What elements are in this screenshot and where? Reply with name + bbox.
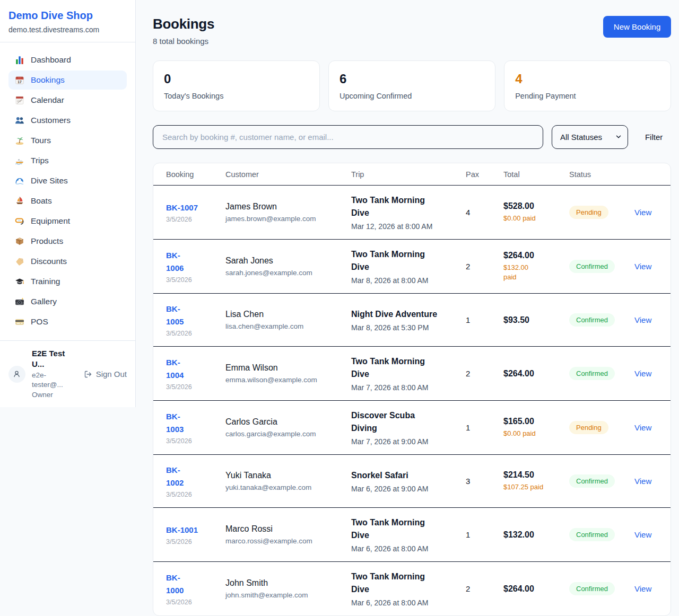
customer-email: john.smith@example.com [225,591,345,599]
customer-name: Sarah Jones [225,256,345,266]
booking-created-date: 3/5/2026 [166,538,219,545]
stat-card: 4 Pending Payment [504,60,671,111]
filter-row: All Statuses Filter [153,125,671,149]
total-amount: $264.00 [503,251,563,260]
view-booking-link[interactable]: View [634,315,651,324]
calendar-date-icon: 17 [15,75,24,85]
app-layout: Demo Dive Shop demo.test.divestreams.com… [0,0,679,616]
pax-count: 2 [466,369,503,378]
trip-datetime: Mar 6, 2026 at 8:00 AM [351,599,459,607]
view-booking-link[interactable]: View [634,369,651,378]
status-badge: Confirmed [569,260,615,273]
pax-count: 1 [466,423,503,432]
stat-label: Pending Payment [515,92,660,100]
sidebar-item[interactable]: POS [8,312,127,331]
trip-datetime: Mar 8, 2026 at 5:30 PM [351,323,459,332]
total-amount: $528.00 [503,201,563,211]
booking-id-link[interactable]: BK- 1002 [166,464,219,489]
sailboat-icon [15,196,24,206]
view-booking-link[interactable]: View [634,477,651,486]
sidebar-item[interactable]: Boats [8,191,127,210]
stat-label: Upcoming Confirmed [340,92,484,100]
customer-email: james.brown@example.com [225,215,345,223]
column-header-booking: Booking [166,170,225,179]
pax-count: 3 [466,477,503,486]
customer-name: John Smith [225,578,345,588]
pax-count: 2 [466,262,503,271]
avatar [8,366,25,383]
pax-count: 4 [466,208,503,217]
trip-name: Snorkel Safari [351,469,459,482]
island-icon [15,136,24,145]
sidebar-item[interactable]: Products [8,232,127,251]
trip-name: Two Tank Morning Dive [351,248,459,274]
customer-email: marco.rossi@example.com [225,537,345,545]
status-badge: Pending [569,421,608,434]
table-row: BK-1007 3/5/2026 James Brown james.brown… [153,186,671,239]
shop-name-link[interactable]: Demo Dive Shop [8,10,127,22]
booking-id-link[interactable]: BK- 1000 [166,571,219,597]
sidebar-item-label: Gallery [31,297,57,306]
sidebar-item[interactable]: Calendar [8,91,127,110]
booking-id-link[interactable]: BK- 1006 [166,249,219,275]
booking-id-link[interactable]: BK-1001 [166,524,219,536]
sidebar-item[interactable]: Discounts [8,252,127,271]
view-booking-link[interactable]: View [634,584,651,593]
total-amount: $264.00 [503,584,563,594]
sidebar-item-label: Trips [31,156,49,165]
sidebar-item[interactable]: Dashboard [8,50,127,69]
sidebar-item[interactable]: Gallery [8,292,127,311]
booking-id-link[interactable]: BK-1007 [166,201,219,214]
diving-mask-icon [15,216,24,226]
stat-card: 0 Today's Bookings [153,60,320,111]
trip-name: Two Tank Morning Dive [351,570,459,596]
sidebar-nav: Dashboard 17 Bookings Calendar Customers [0,42,135,340]
stat-card: 6 Upcoming Confirmed [328,60,495,111]
view-booking-link[interactable]: View [634,262,651,271]
calendar-pad-icon [15,95,24,105]
customer-email: lisa.chen@example.com [225,322,345,330]
wave-icon [15,176,24,186]
booking-created-date: 3/5/2026 [166,216,219,223]
trip-datetime: Mar 7, 2026 at 8:00 AM [351,383,459,392]
customer-name: Lisa Chen [225,310,345,319]
stat-value: 0 [164,72,309,86]
sidebar-item[interactable]: Training [8,272,127,291]
sidebar-item[interactable]: Equipment [8,212,127,231]
sidebar-item[interactable]: Customers [8,111,127,130]
trip-name: Two Tank Morning Dive [351,355,459,381]
sidebar-item-label: Tours [31,136,51,145]
filter-button[interactable]: Filter [637,133,671,142]
sidebar-footer: E2E Test U... e2e-tester@... Owner Sign … [0,340,135,407]
sidebar-item[interactable]: Dive Sites [8,171,127,190]
sidebar-item-label: Discounts [31,257,67,266]
stat-value: 6 [340,72,484,86]
search-input[interactable] [153,125,543,149]
user-name: E2E Test U... [32,348,77,370]
booking-id-link[interactable]: BK- 1003 [166,410,219,436]
sidebar: Demo Dive Shop demo.test.divestreams.com… [0,0,136,407]
page-header: Bookings 8 total bookings New Booking [153,16,671,46]
customer-email: emma.wilson@example.com [225,376,345,384]
sidebar-item[interactable]: Trips [8,151,127,170]
view-booking-link[interactable]: View [634,423,651,432]
person-icon [12,369,22,379]
view-booking-link[interactable]: View [634,208,651,217]
new-booking-button[interactable]: New Booking [603,16,671,38]
sidebar-item[interactable]: Tours [8,131,127,150]
table-row: BK-1001 3/5/2026 Marco Rossi marco.rossi… [153,507,671,561]
speedboat-icon [15,156,24,165]
booking-id-link[interactable]: BK- 1004 [166,356,219,382]
booking-id-link[interactable]: BK- 1005 [166,303,219,328]
table-row: BK- 1003 3/5/2026 Carlos Garcia carlos.g… [153,400,671,454]
customer-email: sarah.jones@example.com [225,269,345,277]
sidebar-item[interactable]: 17 Bookings [8,71,127,90]
customer-name: Marco Rossi [225,524,345,534]
trip-name: Two Tank Morning Dive [351,516,459,542]
status-select[interactable]: All Statuses [552,125,628,149]
tag-icon [15,257,24,266]
sign-out-button[interactable]: Sign Out [84,369,127,379]
view-booking-link[interactable]: View [634,530,651,539]
column-header-total: Total [503,170,569,179]
status-badge: Confirmed [569,474,615,488]
